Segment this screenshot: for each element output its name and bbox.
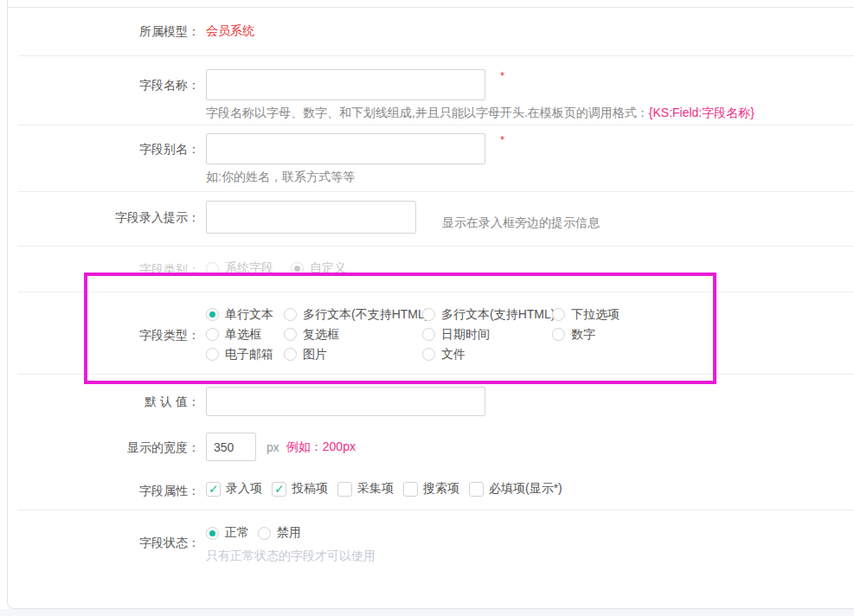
row-field-category: 字段类别： 系统字段 自定义 <box>18 247 854 292</box>
field-name-label: 字段名称： <box>18 56 206 93</box>
width-example: 例如：200px <box>286 440 356 455</box>
field-status-label: 字段状态： <box>18 510 206 550</box>
radio-label: 复选框 <box>303 327 339 343</box>
radio-icon <box>422 328 435 341</box>
attr-option-required[interactable]: 必填项(显示*) <box>469 481 562 497</box>
row-field-type: 字段类型： 单行文本 多行文本(不支持HTML) 多行文本(支持HTML) 下拉… <box>18 292 854 375</box>
attr-option-search[interactable]: 搜索项 <box>403 481 459 497</box>
checkbox-icon <box>403 482 418 497</box>
type-option-radio[interactable]: 单选框 <box>206 327 284 343</box>
radio-icon <box>422 348 435 361</box>
row-field-attrs: 字段属性： 录入项 投稿项 采集项 搜索项 <box>18 472 854 510</box>
field-category-clip: 字段类别： 系统字段 自定义 <box>18 247 854 273</box>
display-width-label: 显示的宽度： <box>18 427 206 455</box>
radio-icon <box>206 348 219 361</box>
attr-option-entry[interactable]: 录入项 <box>206 481 262 497</box>
field-tip-input[interactable] <box>206 201 416 234</box>
row-field-tip: 字段录入提示： 显示在录入框旁边的提示信息 <box>18 192 854 247</box>
type-option-multitext-nohtml[interactable]: 多行文本(不支持HTML) <box>284 307 422 323</box>
radio-selected-icon <box>291 262 304 273</box>
checkbox-label: 必填项(显示*) <box>489 481 562 497</box>
checkbox-checked-icon <box>272 482 286 497</box>
status-option-disabled[interactable]: 禁用 <box>258 525 301 541</box>
type-option-dropdown[interactable]: 下拉选项 <box>552 307 656 323</box>
type-option-checkbox[interactable]: 复选框 <box>284 327 422 343</box>
model-label: 所属模型： <box>18 23 206 39</box>
checkbox-label: 搜索项 <box>423 481 459 497</box>
display-width-input[interactable] <box>206 433 256 461</box>
type-option-image[interactable]: 图片 <box>284 347 422 363</box>
field-name-input[interactable] <box>206 69 485 100</box>
checkbox-label: 投稿项 <box>292 481 328 497</box>
radio-icon <box>284 348 297 361</box>
default-value-label: 默 认 值： <box>18 375 206 409</box>
radio-label: 数字 <box>571 327 595 343</box>
radio-label: 文件 <box>441 347 466 363</box>
radio-icon <box>284 308 297 321</box>
field-alias-hint: 如:你的姓名，联系方式等等 <box>206 170 854 183</box>
status-hint: 只有正常状态的字段才可以使用 <box>206 549 854 564</box>
radio-label: 电子邮箱 <box>225 347 273 363</box>
radio-icon <box>206 328 219 341</box>
type-option-single-text[interactable]: 单行文本 <box>206 307 284 323</box>
category-option-system[interactable]: 系统字段 <box>206 260 273 273</box>
checkbox-icon <box>469 482 484 497</box>
required-asterisk: * <box>500 69 504 82</box>
radio-icon <box>422 308 435 321</box>
field-category-label: 字段类别： <box>18 247 206 273</box>
radio-selected-icon <box>206 308 219 321</box>
radio-label: 单行文本 <box>225 307 273 323</box>
px-unit: px <box>266 440 279 454</box>
radio-label: 下拉选项 <box>571 307 620 323</box>
type-option-number[interactable]: 数字 <box>552 327 656 343</box>
field-alias-label: 字段别名： <box>18 125 206 157</box>
radio-label: 多行文本(支持HTML) <box>441 307 555 323</box>
row-field-alias: 字段别名： * 如:你的姓名，联系方式等等 <box>18 125 854 192</box>
field-type-label: 字段类型： <box>18 292 206 343</box>
type-option-multitext-html[interactable]: 多行文本(支持HTML) <box>422 307 552 323</box>
category-option-custom[interactable]: 自定义 <box>291 260 346 273</box>
field-alias-input[interactable] <box>206 133 485 164</box>
radio-icon <box>258 527 271 540</box>
radio-label: 正常 <box>225 525 249 541</box>
radio-label: 系统字段 <box>225 260 273 273</box>
checkbox-label: 采集项 <box>357 481 394 497</box>
default-value-input[interactable] <box>206 387 485 416</box>
checkbox-icon <box>337 482 352 497</box>
radio-icon <box>206 262 219 273</box>
radio-label: 禁用 <box>277 525 301 541</box>
radio-icon <box>284 328 297 341</box>
page-background-strip <box>0 609 854 616</box>
checkbox-checked-icon <box>206 482 221 497</box>
type-option-datetime[interactable]: 日期时间 <box>422 327 552 343</box>
attr-option-collect[interactable]: 采集项 <box>337 481 394 497</box>
radio-label: 自定义 <box>310 260 346 273</box>
type-option-email[interactable]: 电子邮箱 <box>206 347 284 363</box>
radio-label: 日期时间 <box>441 327 490 343</box>
field-tip-label: 字段录入提示： <box>18 192 206 225</box>
row-field-status: 字段状态： 正常 禁用 只有正常状态的字段才可以使用 <box>18 510 854 608</box>
field-name-hint-text: 字段名称以字母、数字、和下划线组成,并且只能以字母开头.在模板页的调用格式： <box>206 106 649 119</box>
row-default-value: 默 认 值： <box>18 375 854 427</box>
field-tip-side-hint: 显示在录入框旁边的提示信息 <box>442 215 600 231</box>
radio-label: 图片 <box>303 347 327 363</box>
attr-option-contribute[interactable]: 投稿项 <box>272 481 328 497</box>
form-panel: 所属模型： 会员系统 字段名称： * 字段名称以字母、数字、和下划线组成,并且只… <box>7 0 854 609</box>
checkbox-label: 录入项 <box>226 481 262 497</box>
radio-selected-icon <box>206 527 219 540</box>
required-asterisk: * <box>500 133 504 146</box>
row-field-name: 字段名称： * 字段名称以字母、数字、和下划线组成,并且只能以字母开头.在模板页… <box>18 56 854 125</box>
radio-icon <box>552 328 565 341</box>
radio-label: 多行文本(不支持HTML) <box>303 307 428 323</box>
radio-icon <box>552 308 565 321</box>
type-option-file[interactable]: 文件 <box>422 347 552 363</box>
field-name-hint: 字段名称以字母、数字、和下划线组成,并且只能以字母开头.在模板页的调用格式：{K… <box>206 106 854 119</box>
panel-top-divider <box>8 7 854 8</box>
row-display-width: 显示的宽度： px 例如：200px <box>18 427 854 472</box>
field-attrs-label: 字段属性： <box>18 472 206 498</box>
field-name-hint-code: {KS:Field:字段名称} <box>649 106 754 119</box>
row-model: 所属模型： 会员系统 <box>18 7 854 56</box>
model-value-link[interactable]: 会员系统 <box>206 23 254 37</box>
radio-label: 单选框 <box>225 327 261 343</box>
status-option-normal[interactable]: 正常 <box>206 525 249 541</box>
